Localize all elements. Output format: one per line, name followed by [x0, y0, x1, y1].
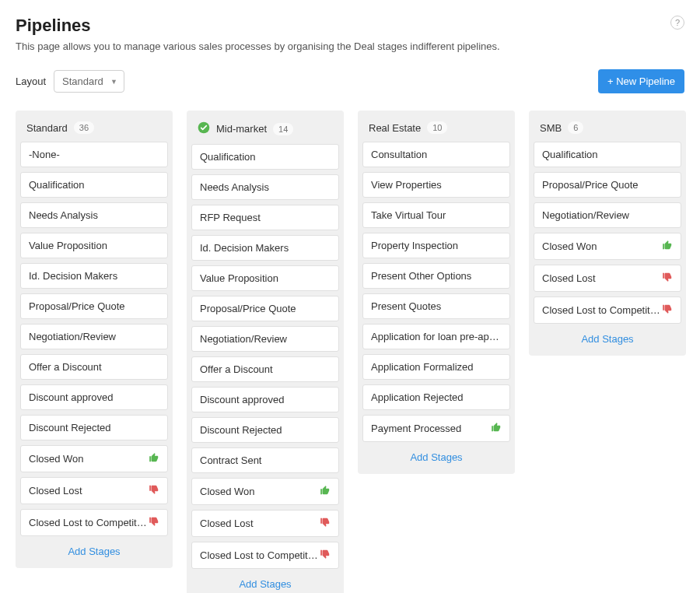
pipeline-header[interactable]: SMB6 — [529, 111, 686, 142]
stage-item[interactable]: RFP Request — [191, 205, 339, 230]
stage-label: Closed Lost — [542, 272, 596, 284]
stage-item[interactable]: Application Rejected — [362, 384, 510, 410]
stage-item[interactable]: Application Formalized — [362, 354, 510, 380]
stage-item[interactable]: Qualification — [534, 142, 681, 167]
stage-label: Needs Analysis — [200, 181, 269, 193]
new-pipeline-button[interactable]: + New Pipeline — [598, 69, 684, 93]
stage-item[interactable]: Property Inspection — [362, 233, 510, 258]
stage-label: Id. Decision Makers — [200, 242, 289, 254]
stage-item[interactable]: Offer a Discount — [20, 354, 168, 380]
stage-item[interactable]: View Properties — [362, 172, 510, 198]
add-stages-button[interactable]: Add Stages — [358, 442, 515, 471]
stage-item[interactable]: Proposal/Price Quote — [191, 296, 339, 321]
stage-label: Take Virtual Tour — [371, 209, 446, 221]
stage-label: Offer a Discount — [29, 361, 102, 373]
stage-item[interactable]: Negotiation/Review — [534, 202, 681, 228]
stage-item[interactable]: Present Quotes — [362, 293, 510, 319]
stage-label: Closed Won — [200, 486, 255, 497]
stage-label: Closed Won — [29, 453, 84, 465]
stage-item[interactable]: Closed Won — [20, 445, 168, 472]
stage-item[interactable]: Closed Won — [534, 233, 681, 260]
stage-item[interactable]: Discount Rejected — [20, 415, 168, 440]
stage-label: Proposal/Price Quote — [200, 303, 296, 314]
stage-item[interactable]: Discount Rejected — [191, 417, 339, 443]
stage-label: Value Proposition — [29, 240, 107, 251]
stage-item[interactable]: Take Virtual Tour — [362, 202, 510, 228]
add-stages-button[interactable]: Add Stages — [16, 536, 173, 565]
stage-label: Value Proposition — [200, 272, 278, 284]
thumb-up-icon — [662, 240, 673, 253]
stage-list: ConsultationView PropertiesTake Virtual … — [358, 142, 515, 442]
thumb-down-icon — [149, 516, 159, 529]
stage-item[interactable]: Application for loan pre-approval — [362, 324, 510, 349]
stage-label: Offer a Discount — [200, 363, 273, 375]
stage-label: Negotiation/Review — [200, 333, 287, 345]
add-stages-button[interactable]: Add Stages — [529, 324, 686, 353]
stage-label: Application Rejected — [371, 391, 464, 403]
pipeline-header[interactable]: Real Estate10 — [358, 111, 515, 142]
stage-item[interactable]: Consultation — [362, 142, 510, 167]
layout-select[interactable]: Standard ▼ — [54, 70, 124, 93]
stage-item[interactable]: Qualification — [191, 144, 339, 170]
stage-item[interactable]: Negotiation/Review — [20, 324, 168, 349]
pipeline-header[interactable]: Mid-market14 — [187, 111, 344, 144]
stage-label: Needs Analysis — [29, 209, 98, 221]
stage-label: Closed Lost — [29, 485, 82, 497]
page-title: Pipelines — [16, 16, 91, 36]
stage-label: Qualification — [542, 149, 598, 160]
stage-item[interactable]: Negotiation/Review — [191, 326, 339, 352]
add-stages-button[interactable]: Add Stages — [187, 569, 344, 593]
stage-item[interactable]: -None- — [20, 142, 168, 167]
pipeline-column: SMB6QualificationProposal/Price QuoteNeg… — [529, 111, 686, 356]
pipeline-count-badge: 6 — [568, 121, 583, 134]
stage-item[interactable]: Qualification — [20, 172, 168, 198]
chevron-down-icon: ▼ — [110, 78, 117, 86]
stage-label: Discount approved — [200, 394, 284, 405]
stage-item[interactable]: Closed Lost — [20, 477, 168, 504]
stage-item[interactable]: Closed Lost to Competition — [20, 509, 168, 536]
stage-item[interactable]: Closed Lost — [534, 265, 681, 292]
stage-label: Application for loan pre-approval — [371, 331, 502, 342]
stage-list: -None-QualificationNeeds AnalysisValue P… — [16, 142, 173, 536]
thumb-down-icon — [320, 549, 331, 562]
thumb-up-icon — [320, 485, 331, 498]
stage-item[interactable]: Discount approved — [191, 387, 339, 412]
stage-item[interactable]: Proposal/Price Quote — [20, 293, 168, 319]
stage-label: Present Quotes — [371, 300, 441, 312]
stage-label: Qualification — [200, 151, 256, 163]
stage-item[interactable]: Payment Processed — [362, 415, 510, 442]
stage-item[interactable]: Needs Analysis — [20, 202, 168, 228]
stage-label: Property Inspection — [371, 240, 458, 251]
stage-item[interactable]: Id. Decision Makers — [20, 263, 168, 289]
stage-item[interactable]: Present Other Options — [362, 263, 510, 289]
pipeline-title: Standard — [26, 122, 68, 134]
stage-label: Payment Processed — [371, 423, 461, 434]
stage-item[interactable]: Closed Won — [191, 478, 339, 505]
stage-item[interactable]: Closed Lost — [191, 510, 339, 537]
stage-label: RFP Request — [200, 212, 261, 223]
stage-item[interactable]: Discount approved — [20, 384, 168, 410]
stage-item[interactable]: Closed Lost to Competition — [191, 542, 339, 569]
stage-item[interactable]: Closed Lost to Competition — [534, 296, 681, 324]
page-subtitle: This page allows you to manage various s… — [16, 40, 684, 52]
pipeline-column: Mid-market14QualificationNeeds AnalysisR… — [187, 111, 344, 593]
stage-label: Proposal/Price Quote — [29, 300, 125, 312]
pipeline-title: Mid-market — [216, 123, 267, 135]
help-button[interactable]: ? — [670, 16, 684, 30]
stage-item[interactable]: Value Proposition — [191, 265, 339, 291]
layout-select-value: Standard — [62, 75, 103, 87]
stage-item[interactable]: Id. Decision Makers — [191, 235, 339, 261]
stage-label: Negotiation/Review — [542, 209, 629, 221]
thumb-down-icon — [320, 517, 331, 530]
stage-item[interactable]: Value Proposition — [20, 233, 168, 258]
stage-label: Closed Lost to Competition — [29, 517, 149, 528]
thumb-up-icon — [149, 452, 159, 465]
stage-item[interactable]: Offer a Discount — [191, 356, 339, 382]
pipeline-header[interactable]: Standard36 — [16, 111, 173, 142]
stage-label: Contract Sent — [200, 454, 262, 466]
stage-item[interactable]: Proposal/Price Quote — [534, 172, 681, 198]
stage-item[interactable]: Contract Sent — [191, 447, 339, 473]
stage-label: Qualification — [29, 179, 85, 191]
stage-item[interactable]: Needs Analysis — [191, 174, 339, 200]
thumb-down-icon — [662, 304, 673, 317]
